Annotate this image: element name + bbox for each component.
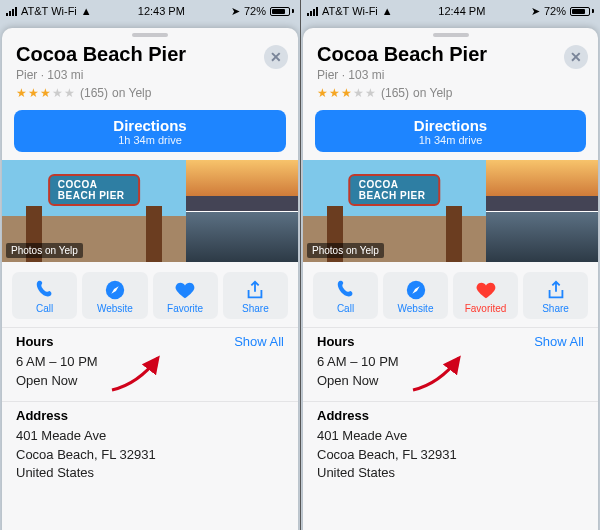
place-subtitle: Pier · 103 mi	[16, 68, 284, 82]
address-section[interactable]: Address 401 Meade Ave Cocoa Beach, FL 32…	[2, 401, 298, 494]
hours-status: Open Now	[16, 372, 284, 391]
address-section[interactable]: Address 401 Meade Ave Cocoa Beach, FL 32…	[303, 401, 598, 494]
review-count: (165)	[381, 86, 409, 100]
photo-source-badge: Photos on Yelp	[307, 243, 384, 258]
place-card-sheet[interactable]: ✕ Cocoa Beach Pier Pier · 103 mi ★★★★★ (…	[303, 28, 598, 530]
share-button[interactable]: Share	[523, 272, 588, 319]
hours-status: Open Now	[317, 372, 584, 391]
photo-strip[interactable]: COCOA BEACH PIER Photos on Yelp	[2, 160, 298, 262]
website-label: Website	[97, 303, 133, 314]
signal-bars-icon	[307, 7, 318, 16]
favorite-label: Favorited	[465, 303, 507, 314]
review-source: on Yelp	[413, 86, 452, 100]
address-line1: 401 Meade Ave	[317, 427, 584, 446]
photo-thumb-pier[interactable]	[186, 211, 298, 263]
action-row: Call Website Favorited Share	[303, 270, 598, 327]
close-button[interactable]: ✕	[264, 45, 288, 69]
website-label: Website	[398, 303, 434, 314]
location-arrow-icon: ➤	[531, 5, 540, 18]
action-row: Call Website Favorite Share	[2, 270, 298, 327]
call-label: Call	[36, 303, 53, 314]
phone-icon	[335, 279, 357, 301]
hours-title: Hours	[16, 334, 54, 349]
battery-percent: 72%	[244, 5, 266, 17]
hours-show-all[interactable]: Show All	[234, 334, 284, 349]
address-line3: United States	[16, 464, 284, 483]
call-button[interactable]: Call	[12, 272, 77, 319]
place-title: Cocoa Beach Pier	[16, 43, 284, 66]
call-button[interactable]: Call	[313, 272, 378, 319]
website-button[interactable]: Website	[383, 272, 448, 319]
heart-icon	[174, 279, 196, 301]
drag-handle[interactable]	[132, 33, 168, 37]
drag-handle[interactable]	[433, 33, 469, 37]
clock: 12:44 PM	[438, 5, 485, 17]
pier-sign: COCOA BEACH PIER	[48, 174, 140, 206]
call-label: Call	[337, 303, 354, 314]
pier-sign: COCOA BEACH PIER	[349, 174, 440, 206]
favorite-button[interactable]: Favorited	[453, 272, 518, 319]
hours-show-all[interactable]: Show All	[534, 334, 584, 349]
carrier-label: AT&T Wi-Fi	[322, 5, 378, 17]
place-card-sheet[interactable]: ✕ Cocoa Beach Pier Pier · 103 mi ★★★★★ (…	[2, 28, 298, 530]
directions-button[interactable]: Directions 1h 34m drive	[14, 110, 286, 152]
rating-row[interactable]: ★★★★★ (165) on Yelp	[317, 86, 584, 100]
address-line1: 401 Meade Ave	[16, 427, 284, 446]
hours-section: Hours Show All 6 AM – 10 PM Open Now	[2, 327, 298, 401]
compass-icon	[104, 279, 126, 301]
hours-title: Hours	[317, 334, 355, 349]
status-bar: AT&T Wi-Fi ▲ 12:43 PM ➤ 72%	[0, 0, 300, 22]
close-button[interactable]: ✕	[564, 45, 588, 69]
photo-strip[interactable]: COCOA BEACH PIER Photos on Yelp	[303, 160, 598, 262]
directions-label: Directions	[14, 117, 286, 134]
wifi-icon: ▲	[382, 5, 393, 17]
address-line2: Cocoa Beach, FL 32931	[317, 446, 584, 465]
address-line2: Cocoa Beach, FL 32931	[16, 446, 284, 465]
photo-thumb-sunset[interactable]	[186, 160, 298, 211]
heart-icon	[475, 279, 497, 301]
place-subtitle: Pier · 103 mi	[317, 68, 584, 82]
directions-button[interactable]: Directions 1h 34m drive	[315, 110, 586, 152]
review-source: on Yelp	[112, 86, 151, 100]
photo-thumb-sunset[interactable]	[486, 160, 598, 211]
website-button[interactable]: Website	[82, 272, 147, 319]
compass-icon	[405, 279, 427, 301]
battery-icon	[570, 7, 594, 16]
star-rating: ★★★★★	[317, 86, 377, 100]
rating-row[interactable]: ★★★★★ (165) on Yelp	[16, 86, 284, 100]
hours-range: 6 AM – 10 PM	[317, 353, 584, 372]
favorite-label: Favorite	[167, 303, 203, 314]
address-line3: United States	[317, 464, 584, 483]
star-rating: ★★★★★	[16, 86, 76, 100]
place-title: Cocoa Beach Pier	[317, 43, 584, 66]
screenshot-after: AT&T Wi-Fi ▲ 12:44 PM ➤ 72% ✕ Cocoa Beac…	[300, 0, 600, 530]
hours-section: Hours Show All 6 AM – 10 PM Open Now	[303, 327, 598, 401]
address-title: Address	[317, 408, 369, 423]
close-icon: ✕	[570, 49, 582, 65]
screenshot-before: AT&T Wi-Fi ▲ 12:43 PM ➤ 72% ✕ Cocoa Beac…	[0, 0, 300, 530]
share-icon	[244, 279, 266, 301]
photo-thumb-pier[interactable]	[486, 211, 598, 263]
battery-percent: 72%	[544, 5, 566, 17]
clock: 12:43 PM	[138, 5, 185, 17]
battery-icon	[270, 7, 294, 16]
share-label: Share	[542, 303, 569, 314]
share-button[interactable]: Share	[223, 272, 288, 319]
hours-range: 6 AM – 10 PM	[16, 353, 284, 372]
location-arrow-icon: ➤	[231, 5, 240, 18]
directions-eta: 1h 34m drive	[14, 134, 286, 146]
close-icon: ✕	[270, 49, 282, 65]
directions-eta: 1h 34m drive	[315, 134, 586, 146]
favorite-button[interactable]: Favorite	[153, 272, 218, 319]
share-label: Share	[242, 303, 269, 314]
review-count: (165)	[80, 86, 108, 100]
photo-source-badge: Photos on Yelp	[6, 243, 83, 258]
wifi-icon: ▲	[81, 5, 92, 17]
phone-icon	[34, 279, 56, 301]
directions-label: Directions	[315, 117, 586, 134]
carrier-label: AT&T Wi-Fi	[21, 5, 77, 17]
status-bar: AT&T Wi-Fi ▲ 12:44 PM ➤ 72%	[301, 0, 600, 22]
signal-bars-icon	[6, 7, 17, 16]
address-title: Address	[16, 408, 68, 423]
share-icon	[545, 279, 567, 301]
